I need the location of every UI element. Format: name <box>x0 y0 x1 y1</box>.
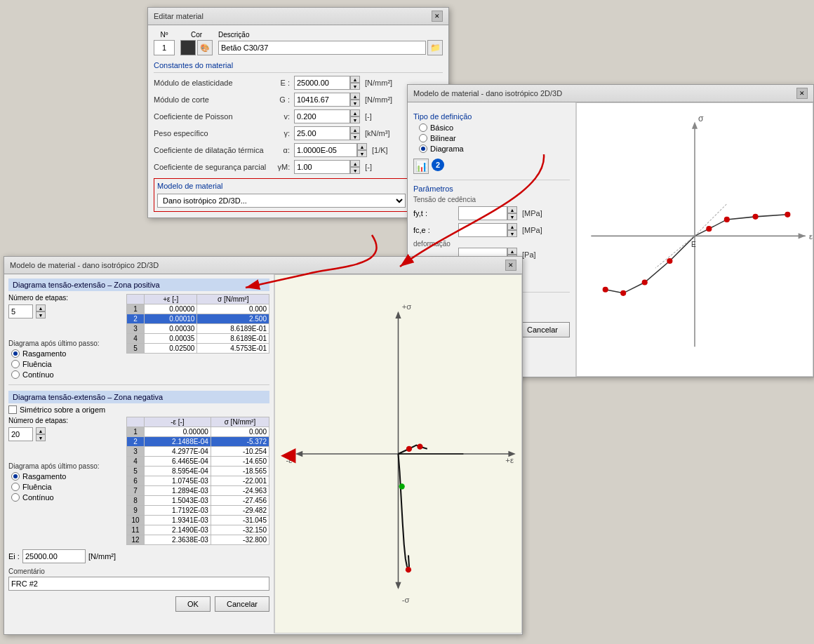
coef-dilat-symbol: α: <box>269 146 290 154</box>
fc-e-input[interactable] <box>458 223 507 237</box>
coef-seg-down[interactable]: ▼ <box>350 167 360 174</box>
neg-table-row[interactable]: 6 1.0745E-03 -22.001 <box>127 476 269 486</box>
coef-dilat-row: Coeficiente de dilatação térmica α: ▲ ▼ … <box>154 143 443 157</box>
desc-browse-button[interactable]: 📁 <box>427 40 443 55</box>
radio-basico[interactable]: Básico <box>419 123 570 132</box>
neg-row-num: 5 <box>127 467 145 476</box>
num-etapas-neg-up[interactable]: ▲ <box>36 427 46 434</box>
pos-table-row[interactable]: 3 0.00030 8.6189E-01 <box>127 324 269 334</box>
pos-radio-continuo-circle <box>11 370 20 379</box>
num-etapas-pos-down[interactable]: ▼ <box>36 311 46 318</box>
neg-table-row[interactable]: 10 1.9341E-03 -31.045 <box>127 516 269 525</box>
desc-input[interactable]: Betão C30/37 <box>218 41 426 55</box>
modelo-bottom-title: Modelo de material - dano isotrópico 2D/… <box>10 261 159 269</box>
pos-table-row[interactable]: 4 0.00035 8.6189E-01 <box>127 334 269 344</box>
coef-dilat-label: Coeficiente de dilatação térmica <box>154 146 266 154</box>
comentario-section: Comentário FRC #2 <box>8 568 269 591</box>
modelo-right-table-button[interactable]: 📊 <box>413 159 429 174</box>
coef-dilat-unit: [1/K] <box>372 146 388 154</box>
pos-row-eps: 0.00010 <box>145 314 197 324</box>
modelo-dropdown[interactable]: Dano isotrópico 2D/3D... <box>157 194 406 208</box>
pos-table-row[interactable]: 5 0.02500 4.5753E-01 <box>127 344 269 354</box>
fy-t-input[interactable] <box>458 206 507 220</box>
neg-table-row[interactable]: 5 8.5954E-04 -18.565 <box>127 467 269 476</box>
radio-basico-label: Básico <box>430 123 453 132</box>
neg-row-eps: 1.9341E-03 <box>145 516 211 525</box>
ei-input[interactable]: 25000.00 <box>22 549 86 563</box>
comentario-input[interactable]: FRC #2 <box>8 577 269 591</box>
radio-diagrama[interactable]: Diagrama <box>419 145 570 153</box>
neg-table-row[interactable]: 4 6.4465E-04 -14.650 <box>127 457 269 467</box>
modulo-corte-input[interactable] <box>294 93 350 107</box>
neg-table-row[interactable]: 1 0.00000 0.000 <box>127 427 269 437</box>
pos-table-row[interactable]: 1 0.00000 0.000 <box>127 304 269 314</box>
pos-radio-rasgamento[interactable]: Rasgamento <box>11 349 121 358</box>
neg-radio-rasgamento[interactable]: Rasgamento <box>11 472 121 481</box>
neg-table-row[interactable]: 9 1.7192E-03 -29.482 <box>127 506 269 516</box>
num-etapas-pos-up[interactable]: ▲ <box>36 304 46 311</box>
neg-table-row[interactable]: 12 2.3638E-03 -32.800 <box>127 535 269 545</box>
neg-table-row[interactable]: 3 4.2977E-04 -10.254 <box>127 447 269 457</box>
coef-poisson-input[interactable] <box>294 109 350 123</box>
svg-text:+ε: +ε <box>505 456 514 464</box>
coef-poisson-down[interactable]: ▼ <box>350 116 360 123</box>
modelo-right-cancel-button[interactable]: Cancelar <box>515 322 570 337</box>
svg-point-27 <box>406 446 412 452</box>
simetrico-checkbox-row[interactable]: Simétrico sobre a origem <box>8 405 269 414</box>
coef-dilat-up[interactable]: ▲ <box>357 143 367 150</box>
pos-table-row[interactable]: 2 0.00010 2.500 <box>127 314 269 324</box>
neg-table-row[interactable]: 7 1.2894E-03 -24.963 <box>127 486 269 496</box>
pos-th-num <box>127 295 145 304</box>
radio-bilinear-circle <box>419 134 427 142</box>
simetrico-checkbox[interactable] <box>8 405 17 414</box>
pos-radio-fluencia[interactable]: Fluência <box>11 360 121 368</box>
pos-row-sigma: 2.500 <box>197 314 269 324</box>
peso-esp-up[interactable]: ▲ <box>350 126 360 133</box>
modelo-bottom-close[interactable]: ✕ <box>505 260 516 271</box>
nro-input[interactable]: 1 <box>154 40 175 55</box>
fc-e-down[interactable]: ▼ <box>507 230 517 237</box>
modelo-section-label: Modelo de material <box>157 182 439 190</box>
modelo-bottom-cancel-button[interactable]: Cancelar <box>215 596 269 612</box>
editar-material-close[interactable]: ✕ <box>432 11 443 22</box>
modelo-right-titlebar: Modelo de material - dano isotrópico 2D/… <box>408 85 813 102</box>
peso-esp-input[interactable] <box>294 126 350 140</box>
modulo-elasticidade-up[interactable]: ▲ <box>350 76 360 83</box>
radio-bilinear[interactable]: Bilinear <box>419 134 570 142</box>
fc-e-up[interactable]: ▲ <box>507 223 517 230</box>
editar-material-window: Editar material ✕ Nº 1 Cor 🎨 Descrição <box>147 7 449 218</box>
num-etapas-pos-input[interactable]: 5 <box>8 304 33 318</box>
modelo-right-close[interactable]: ✕ <box>796 88 808 99</box>
deformacao-up[interactable]: ▲ <box>507 248 517 255</box>
chart-left-arrow[interactable]: ◀ <box>281 443 296 466</box>
pos-row-num: 3 <box>127 324 145 334</box>
neg-table-scroll[interactable]: -ε [-] σ [N/mm²] 1 0.00000 0.000 2 2.148… <box>126 417 269 545</box>
neg-table-row[interactable]: 2 2.1488E-04 -5.372 <box>127 437 269 447</box>
coef-poisson-up[interactable]: ▲ <box>350 109 360 116</box>
svg-marker-16 <box>799 233 806 239</box>
modulo-corte-down[interactable]: ▼ <box>350 100 360 107</box>
neg-row-num: 8 <box>127 496 145 506</box>
color-picker-button[interactable]: 🎨 <box>197 40 213 55</box>
pos-radio-continuo[interactable]: Contínuo <box>11 370 121 379</box>
fy-t-down[interactable]: ▼ <box>507 213 517 220</box>
neg-radio-continuo[interactable]: Contínuo <box>11 493 121 502</box>
coef-poisson-row: Coeficiente de Poisson v: ▲ ▼ [-] <box>154 109 443 123</box>
modelo-bottom-ok-button[interactable]: OK <box>175 596 211 612</box>
coef-dilat-down[interactable]: ▼ <box>357 150 367 157</box>
neg-table-row[interactable]: 11 2.1490E-03 -32.150 <box>127 525 269 535</box>
modulo-corte-up[interactable]: ▲ <box>350 93 360 100</box>
neg-table-row[interactable]: 8 1.5043E-03 -27.456 <box>127 496 269 506</box>
num-etapas-neg-input[interactable]: 20 <box>8 427 33 441</box>
modulo-elasticidade-down[interactable]: ▼ <box>350 83 360 90</box>
coef-dilat-input[interactable] <box>294 143 357 157</box>
coef-seg-input[interactable] <box>294 160 350 174</box>
pos-fluencia-label: Fluência <box>22 360 52 368</box>
num-etapas-neg-down[interactable]: ▼ <box>36 434 46 441</box>
neg-radio-fluencia[interactable]: Fluência <box>11 483 121 491</box>
peso-esp-down[interactable]: ▼ <box>350 133 360 140</box>
coef-seg-up[interactable]: ▲ <box>350 160 360 167</box>
peso-esp-row: Peso específico γ: ▲ ▼ [kN/m³] <box>154 126 443 140</box>
fy-t-up[interactable]: ▲ <box>507 206 517 213</box>
modulo-elasticidade-input[interactable] <box>294 76 350 90</box>
